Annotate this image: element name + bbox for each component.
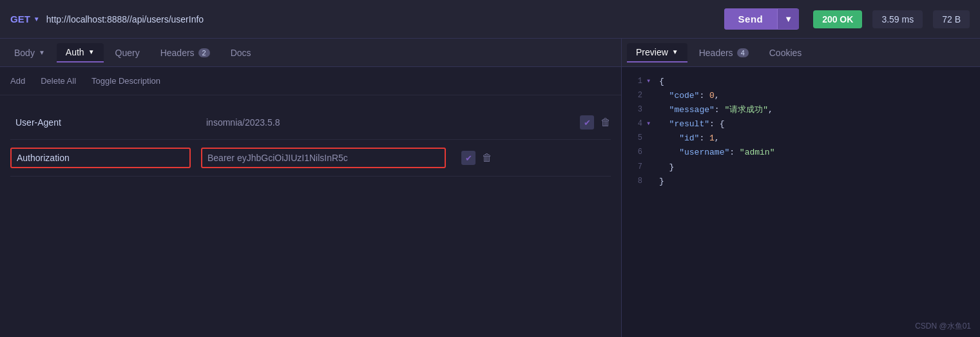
preview-chevron-icon: ▼ (672, 48, 678, 55)
method-label: GET (10, 14, 30, 24)
right-tab-bar: Preview ▼ Headers 4 Cookies (622, 39, 980, 67)
toggle-description-button[interactable]: Toggle Description (84, 73, 168, 88)
tab-headers[interactable]: Headers 2 (151, 44, 219, 62)
json-line-8: 8 } (627, 175, 975, 189)
tab-docs[interactable]: Docs (222, 44, 260, 62)
delete-all-button[interactable]: Delete All (33, 73, 84, 88)
row-actions-authorization: ✔ 🗑 (461, 151, 492, 165)
send-button[interactable]: Send (724, 8, 778, 30)
watermark: CSDN @水鱼01 (915, 321, 971, 332)
trash-icon-user-agent[interactable]: 🗑 (600, 117, 611, 128)
json-line-2: 2 "code": 0, (627, 89, 975, 103)
tab-cookies-label: Cookies (769, 48, 802, 58)
json-line-1: 1 ▾ { (627, 75, 975, 89)
response-size: 72 B (933, 10, 970, 28)
check-icon-user-agent[interactable]: ✔ (580, 115, 594, 130)
header-value-authorization: Bearer eyJhbGciOiJIUzI1NilsInR5c (201, 148, 446, 168)
main-layout: Body ▼ Auth ▼ Query Headers 2 Docs Add D… (0, 39, 980, 337)
url-input[interactable] (46, 14, 718, 24)
json-line-3: 3 "message": "请求成功", (627, 103, 975, 117)
json-line-4: 4 ▾ "result": { (627, 117, 975, 131)
tab-auth-label: Auth (66, 47, 84, 57)
table-row-authorization: Authorization Bearer eyJhbGciOiJIUzI1Nil… (10, 140, 611, 177)
tab-docs-label: Docs (231, 48, 251, 58)
tab-body-label: Body (14, 48, 35, 58)
tab-response-headers[interactable]: Headers 4 (690, 44, 758, 62)
action-bar: Add Delete All Toggle Description (0, 67, 621, 95)
send-btn-group: Send ▼ (724, 8, 800, 30)
body-chevron-icon: ▼ (39, 49, 45, 56)
json-line-6: 6 "username": "admin" (627, 146, 975, 160)
right-panel: Preview ▼ Headers 4 Cookies 1 ▾ { 2 (622, 39, 980, 337)
tab-auth[interactable]: Auth ▼ (57, 43, 104, 63)
method-chevron-icon: ▼ (34, 15, 40, 23)
tab-response-headers-label: Headers (699, 48, 733, 58)
left-tab-bar: Body ▼ Auth ▼ Query Headers 2 Docs (0, 39, 621, 67)
auth-chevron-icon: ▼ (88, 48, 95, 55)
headers-table: User-Agent insomnia/2023.5.8 ✔ 🗑 Authori… (0, 95, 621, 337)
status-badge: 200 OK (813, 10, 862, 28)
trash-icon-authorization[interactable]: 🗑 (482, 152, 492, 164)
header-key-authorization: Authorization (10, 148, 191, 168)
tab-body[interactable]: Body ▼ (5, 44, 54, 62)
tab-headers-label: Headers (160, 48, 195, 58)
check-icon-authorization[interactable]: ✔ (461, 151, 476, 165)
tab-preview[interactable]: Preview ▼ (627, 43, 687, 63)
response-time: 3.59 ms (872, 10, 923, 28)
header-key-user-agent: User-Agent (10, 113, 191, 131)
json-line-5: 5 "id": 1, (627, 131, 975, 146)
headers-badge: 2 (198, 48, 210, 57)
add-button[interactable]: Add (10, 73, 33, 88)
url-bar: GET ▼ Send ▼ 200 OK 3.59 ms 72 B (0, 0, 980, 39)
table-row: User-Agent insomnia/2023.5.8 ✔ 🗑 (10, 106, 611, 140)
tab-preview-label: Preview (636, 47, 668, 57)
tab-query-label: Query (115, 48, 140, 58)
method-selector[interactable]: GET ▼ (10, 14, 40, 24)
json-preview: 1 ▾ { 2 "code": 0, 3 "message": "请求成功", (622, 67, 980, 337)
header-value-user-agent: insomnia/2023.5.8 (201, 113, 564, 131)
row-actions-user-agent: ✔ 🗑 (580, 115, 611, 130)
response-headers-badge: 4 (737, 48, 749, 57)
send-dropdown-button[interactable]: ▼ (777, 9, 799, 29)
left-panel: Body ▼ Auth ▼ Query Headers 2 Docs Add D… (0, 39, 622, 337)
tab-cookies[interactable]: Cookies (760, 44, 811, 62)
json-line-7: 7 } (627, 160, 975, 175)
tab-query[interactable]: Query (106, 44, 149, 62)
